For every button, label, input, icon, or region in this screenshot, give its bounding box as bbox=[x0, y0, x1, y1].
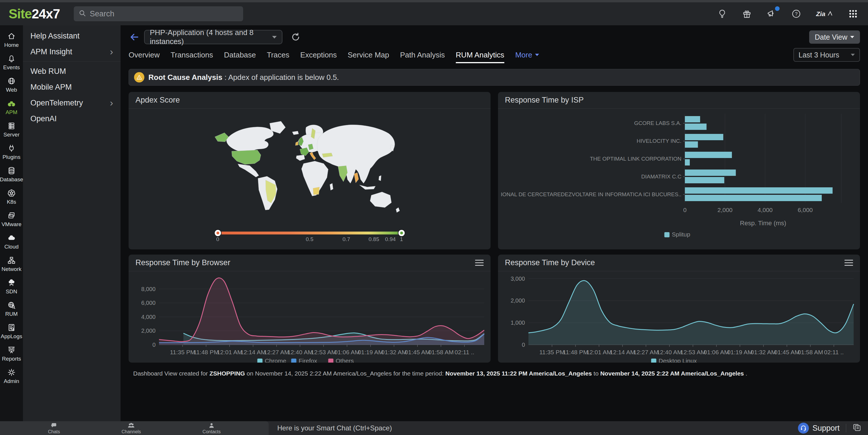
isp-panel-header: Response Time by ISP bbox=[498, 92, 860, 109]
isp-bar-chart[interactable]: 02,0004,0006,000GCORE LABS S.A.HIVELOCIT… bbox=[501, 109, 857, 244]
rail-item-web[interactable]: Web bbox=[0, 74, 23, 96]
sidebar-item-mobile-apm[interactable]: Mobile APM bbox=[23, 79, 121, 95]
tab-exceptions[interactable]: Exceptions bbox=[300, 47, 337, 63]
apdex-gradient-bar[interactable] bbox=[218, 232, 402, 234]
back-button[interactable] bbox=[129, 31, 140, 43]
sidebar-item-web-rum[interactable]: Web RUM bbox=[23, 63, 121, 79]
tab-path-analysis[interactable]: Path Analysis bbox=[400, 47, 445, 63]
refresh-button[interactable] bbox=[290, 31, 301, 43]
sidebar-item-openai[interactable]: OpenAI bbox=[23, 111, 121, 127]
device-line-chart[interactable]: 01,0002,0003,00011:35 PM11:48 PM12:01 AM… bbox=[501, 271, 857, 362]
rail-item-rum[interactable]: RUM bbox=[0, 298, 23, 320]
tab-overview[interactable]: Overview bbox=[129, 47, 160, 63]
rail-item-cloud[interactable]: Cloud bbox=[0, 230, 23, 253]
warning-icon bbox=[134, 72, 144, 83]
map-region-south-africa[interactable] bbox=[313, 187, 319, 195]
world-map[interactable] bbox=[134, 112, 485, 225]
root-cause-banner[interactable]: Root Cause Analysis : Apdex of applicati… bbox=[129, 69, 860, 86]
svg-text:12:40 AM: 12:40 AM bbox=[656, 349, 682, 355]
chevron-down-icon bbox=[272, 36, 277, 38]
bell-icon bbox=[7, 54, 16, 63]
slider-handle-min[interactable] bbox=[215, 230, 221, 236]
apps-grid-icon[interactable] bbox=[847, 7, 859, 20]
rail-item-events[interactable]: Events bbox=[0, 51, 23, 74]
panel-menu-icon[interactable] bbox=[844, 259, 853, 267]
slider-handle-max[interactable] bbox=[398, 230, 405, 236]
announcements-megaphone-icon[interactable] bbox=[765, 7, 778, 20]
zia-assistant-icon[interactable]: Zia bbox=[815, 7, 835, 20]
global-search[interactable] bbox=[74, 6, 243, 21]
chevron-right-icon: › bbox=[110, 98, 113, 108]
rail-item-vmware[interactable]: VMware bbox=[0, 208, 23, 230]
stacked-windows-icon[interactable] bbox=[852, 423, 862, 433]
sidebar-divider bbox=[23, 61, 121, 62]
rail-item-network[interactable]: Network bbox=[0, 253, 23, 275]
whats-new-gift-icon[interactable] bbox=[741, 7, 753, 20]
map-region-thailand[interactable] bbox=[354, 173, 359, 183]
date-view-button[interactable]: Date View bbox=[809, 30, 860, 44]
chats-button[interactable]: Chats bbox=[48, 422, 60, 434]
tab-service-map[interactable]: Service Map bbox=[348, 47, 389, 63]
svg-text:6,000: 6,000 bbox=[797, 207, 813, 213]
svg-text:01:58 AM: 01:58 AM bbox=[428, 349, 454, 355]
map-region-india[interactable] bbox=[338, 166, 347, 181]
time-range-dropdown[interactable]: Last 3 Hours bbox=[794, 48, 860, 62]
tab-traces[interactable]: Traces bbox=[267, 47, 290, 63]
response-time-by-device-panel: Response Time by Device 01,0002,0003,000… bbox=[498, 255, 860, 362]
divider bbox=[846, 424, 846, 432]
site24x7-logo[interactable]: Site24x7 bbox=[9, 6, 60, 22]
svg-text:4,000: 4,000 bbox=[757, 207, 773, 213]
tab-rum-analytics[interactable]: RUM Analytics bbox=[456, 47, 504, 63]
svg-text:DIAMATRIX C.C: DIAMATRIX C.C bbox=[641, 174, 681, 180]
tips-bulb-icon[interactable] bbox=[716, 7, 728, 20]
rail-item-sdn[interactable]: SDN bbox=[0, 275, 23, 298]
navbar-icons: ? Zia bbox=[716, 7, 859, 20]
svg-text:6,000: 6,000 bbox=[141, 300, 155, 306]
rail-item-reports[interactable]: Reports bbox=[0, 343, 23, 365]
map-region-italy[interactable] bbox=[310, 152, 316, 160]
browser-line-chart[interactable]: 02,0004,0006,0008,00011:35 PM11:48 PM12:… bbox=[132, 271, 488, 362]
device-panel-header: Response Time by Device bbox=[498, 255, 860, 271]
primary-nav-rail: Home Events Web APM Server Plugins Datab… bbox=[0, 25, 23, 421]
smart-chat-hint[interactable]: Here is your Smart Chat (Ctrl+Space) bbox=[277, 424, 392, 432]
rail-item-server[interactable]: Server bbox=[0, 118, 23, 141]
channels-button[interactable]: Channels bbox=[122, 422, 141, 434]
tab-transactions[interactable]: Transactions bbox=[170, 47, 213, 63]
panel-title: Apdex Score bbox=[135, 96, 180, 105]
sidebar-item-help-assistant[interactable]: Help Assistant bbox=[23, 28, 121, 44]
top-navbar: Site24x7 ? Zia bbox=[0, 2, 868, 25]
svg-text:Others: Others bbox=[336, 357, 353, 362]
svg-text:12:53 AM: 12:53 AM bbox=[680, 349, 706, 355]
tab-database[interactable]: Database bbox=[224, 47, 256, 63]
device-chart-body: 01,0002,0003,00011:35 PM11:48 PM12:01 AM… bbox=[498, 271, 860, 362]
application-tabbar: Overview Transactions Database Traces Ex… bbox=[121, 47, 868, 63]
svg-text:4,000: 4,000 bbox=[141, 314, 155, 320]
rail-item-home[interactable]: Home bbox=[0, 29, 23, 51]
application-selector-dropdown[interactable]: PHP-Application (4 hosts and 8 instances… bbox=[144, 30, 282, 44]
person-icon bbox=[208, 422, 215, 429]
reports-icon bbox=[7, 346, 16, 354]
rail-item-apm[interactable]: APM bbox=[0, 96, 23, 118]
rail-item-admin[interactable]: Admin bbox=[0, 365, 23, 387]
help-icon[interactable]: ? bbox=[790, 7, 803, 20]
rail-item-database[interactable]: Database bbox=[0, 163, 23, 185]
panel-menu-icon[interactable] bbox=[475, 259, 484, 267]
search-input[interactable] bbox=[90, 9, 239, 19]
map-region-united-states[interactable] bbox=[231, 150, 261, 164]
contacts-button[interactable]: Contacts bbox=[203, 422, 221, 434]
database-icon bbox=[7, 166, 16, 175]
response-time-by-isp-panel: Response Time by ISP 02,0004,0006,000GCO… bbox=[498, 92, 860, 250]
sidebar-item-opentelemetry[interactable]: OpenTelemetry› bbox=[23, 95, 121, 111]
globe-icon bbox=[7, 77, 16, 85]
svg-text:Splitup: Splitup bbox=[672, 231, 690, 238]
support-button[interactable]: Support bbox=[798, 423, 840, 434]
map-region-ireland[interactable] bbox=[295, 141, 298, 145]
rail-item-k8s[interactable]: K8s bbox=[0, 185, 23, 208]
sidebar-item-apm-insight[interactable]: APM Insight› bbox=[23, 44, 121, 60]
rail-item-applogs[interactable]: AppLogs bbox=[0, 320, 23, 343]
apm-secondary-sidebar: Help Assistant APM Insight› Web RUM Mobi… bbox=[23, 25, 121, 421]
tab-more-menu[interactable]: More bbox=[515, 47, 539, 63]
svg-text:0: 0 bbox=[522, 342, 525, 348]
rail-item-plugins[interactable]: Plugins bbox=[0, 141, 23, 163]
svg-text:?: ? bbox=[795, 11, 797, 17]
